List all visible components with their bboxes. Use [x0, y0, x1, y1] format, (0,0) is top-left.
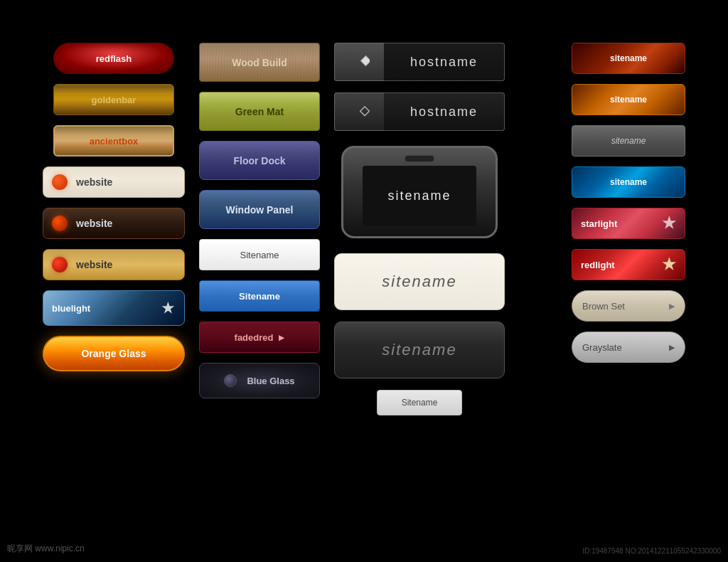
sitename-fire-orange-label: sitename	[610, 95, 647, 105]
ancientbox-button[interactable]: ancientbox	[53, 125, 174, 157]
starlight-button[interactable]: starlight	[572, 208, 685, 239]
watermark: 昵享网 www.nipic.cn	[7, 543, 85, 555]
orange-glass-button[interactable]: Orange Glass	[43, 336, 185, 371]
hostname-icon-2	[334, 92, 384, 131]
green-mat-label: Green Mat	[235, 106, 284, 117]
sitename-blue-glow-button[interactable]: sitename	[572, 166, 685, 198]
grayslate-label: Grayslate	[582, 342, 622, 353]
column-4-right: sitename sitename sitename sitename star…	[572, 43, 685, 363]
window-panel-label: Window Panel	[226, 204, 294, 216]
fadedred-label: fadedred	[235, 332, 274, 343]
wood-build-button[interactable]: Wood Build	[199, 43, 320, 82]
sitename-fire-dark-button[interactable]: sitename	[572, 43, 685, 74]
sitename-white-label: Sitename	[240, 250, 279, 260]
website-light-button[interactable]: website	[43, 166, 185, 198]
brown-set-button[interactable]: Brown Set ▶	[572, 290, 685, 322]
green-mat-button[interactable]: Green Mat	[199, 92, 320, 131]
website-gold-dot	[52, 257, 68, 272]
watermark-id: ID:19487548 NO:201412211055242330000	[582, 547, 721, 555]
hostname-row-2[interactable]: hostname	[334, 92, 505, 131]
sitename-small-label: Sitename	[402, 398, 438, 408]
phone-sitename: sitename	[387, 189, 451, 203]
website2-label: website	[76, 218, 112, 229]
brown-set-arrow-icon: ▶	[669, 302, 675, 311]
goldenbar-button[interactable]: goldenbar	[53, 84, 174, 115]
sitename-gray-button[interactable]: sitename	[572, 125, 685, 157]
blue-glass-dot	[224, 374, 237, 387]
hostname-row-1[interactable]: hostname	[334, 43, 505, 81]
sitename-blue-button[interactable]: Sitename	[199, 280, 320, 312]
website-gold-button[interactable]: website	[43, 249, 185, 280]
sitename-blue-label: Sitename	[239, 291, 280, 302]
phone-outer: sitename	[341, 146, 498, 238]
bluelight-label: bluelight	[52, 303, 90, 314]
column-3-center: hostname hostname sitename sitename	[334, 43, 505, 415]
window-panel-button[interactable]: Window Panel	[199, 190, 320, 229]
watermark-id-text: ID:19487548 NO:201412211055242330000	[582, 547, 721, 555]
bluelight-button[interactable]: bluelight	[43, 290, 185, 326]
ancientbox-label: ancientbox	[90, 136, 139, 147]
blue-glass-button[interactable]: Blue Glass	[199, 363, 320, 398]
sitename-large-white-label: sitename	[382, 272, 456, 291]
sitename-large-dark-label: sitename	[382, 341, 456, 359]
starlight-label: starlight	[581, 218, 617, 229]
redflash-button[interactable]: redflash	[53, 43, 174, 74]
sitename-fire-dark-label: sitename	[610, 53, 647, 63]
hostname-label-2: hostname	[384, 92, 505, 131]
hostname-icon-1	[334, 43, 384, 81]
wood-build-label: Wood Build	[232, 57, 287, 68]
column-1: redflash goldenbar ancientbox website we…	[43, 43, 185, 371]
watermark-site: 昵享网 www.nipic.cn	[7, 544, 85, 553]
redlight-button[interactable]: redlight	[572, 249, 685, 280]
orange-glass-label: Orange Glass	[81, 348, 146, 359]
phone-screen: sitename	[363, 166, 476, 226]
website3-label: website	[76, 259, 112, 270]
website-dark-dot	[52, 216, 68, 231]
sitename-large-dark-button[interactable]: sitename	[334, 322, 505, 378]
website1-label: website	[76, 176, 112, 188]
goldenbar-label: goldenbar	[92, 95, 136, 105]
hostname1-text: hostname	[410, 55, 478, 70]
grayslate-button[interactable]: Grayslate ▶	[572, 332, 685, 363]
website-light-dot	[52, 174, 68, 190]
hostname-label-1: hostname	[384, 43, 505, 81]
sitename-fire-orange-button[interactable]: sitename	[572, 84, 685, 115]
website-dark-button[interactable]: website	[43, 208, 185, 239]
phone-container: sitename	[334, 142, 505, 242]
sitename-small-button[interactable]: Sitename	[377, 390, 462, 415]
fadedred-button[interactable]: fadedred	[199, 322, 320, 353]
redflash-label: redflash	[96, 53, 132, 64]
svg-rect-1	[360, 107, 369, 116]
blue-glass-label: Blue Glass	[247, 376, 294, 386]
sitename-gray-label: sitename	[611, 136, 646, 146]
sitename-blue-glow-label: sitename	[610, 177, 647, 187]
brown-set-label: Brown Set	[582, 301, 625, 312]
column-2: Wood Build Green Mat Floor Dock Window P…	[199, 43, 320, 398]
svg-rect-0	[360, 56, 370, 66]
redlight-label: redlight	[581, 260, 615, 270]
hostname2-text: hostname	[410, 105, 478, 120]
sitename-large-white-button[interactable]: sitename	[334, 253, 505, 310]
floor-dock-label: Floor Dock	[233, 155, 285, 166]
grayslate-arrow-icon: ▶	[669, 343, 675, 352]
sitename-white-button[interactable]: Sitename	[199, 239, 320, 270]
floor-dock-button[interactable]: Floor Dock	[199, 141, 320, 180]
